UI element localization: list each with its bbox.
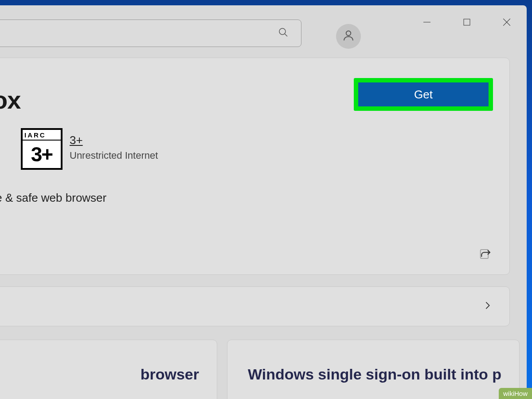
iarc-rating-badge: IARC 3+ (21, 128, 63, 170)
feature-cards-row: browser Windows single sign-on built int… (0, 340, 524, 399)
minimize-button[interactable] (407, 5, 447, 41)
search-box[interactable] (0, 20, 301, 47)
window-controls (407, 5, 527, 41)
iarc-label: IARC (23, 130, 61, 140)
feature-title: Windows single sign-on built into p (232, 366, 515, 383)
close-button[interactable] (487, 5, 527, 41)
feature-card-browser[interactable]: browser (0, 340, 217, 399)
iarc-age: 3+ (23, 141, 61, 168)
share-button[interactable] (477, 246, 494, 264)
get-button-label: Get (414, 88, 433, 102)
person-icon (342, 29, 355, 44)
rating-age-link[interactable]: 3+ (70, 133, 158, 147)
svg-point-2 (346, 31, 351, 36)
search-icon (278, 27, 289, 39)
get-button-highlight: Get (354, 78, 493, 111)
section-row[interactable] (0, 286, 510, 326)
wikihow-watermark: wikiHow (499, 388, 532, 399)
svg-point-0 (279, 28, 286, 35)
profile-button[interactable] (336, 24, 361, 49)
close-icon (502, 18, 511, 28)
feature-card-sso[interactable]: Windows single sign-on built into p (227, 340, 520, 399)
maximize-icon (463, 18, 471, 28)
store-window: ox Get IARC 3+ 3+ Unrestricted Internet … (0, 5, 527, 399)
feature-title: browser (0, 366, 212, 383)
rating-text-block: 3+ Unrestricted Internet (70, 133, 158, 161)
app-tagline: te & safe web browser (0, 191, 106, 205)
svg-rect-4 (464, 19, 470, 25)
maximize-button[interactable] (447, 5, 487, 41)
minimize-icon (423, 18, 431, 28)
chevron-right-icon (483, 301, 493, 312)
get-button[interactable]: Get (358, 82, 489, 106)
rating-descriptor: Unrestricted Internet (70, 150, 158, 161)
svg-line-1 (285, 34, 287, 36)
share-icon (479, 247, 492, 262)
app-details-card: ox Get IARC 3+ 3+ Unrestricted Internet … (0, 58, 510, 275)
app-title: ox (0, 86, 20, 114)
